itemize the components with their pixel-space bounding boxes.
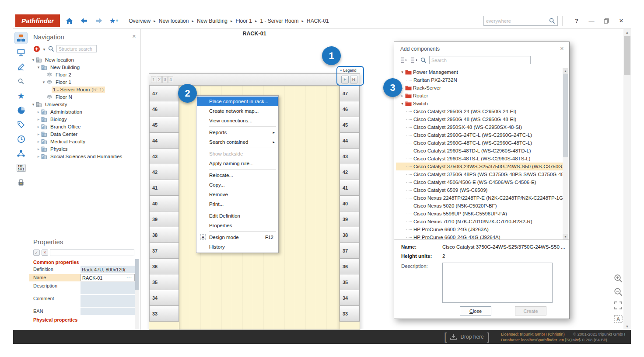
expand-expander-icon[interactable]: ▸ — [36, 117, 41, 121]
rack-unit-36-right[interactable]: 36 — [340, 258, 360, 274]
nav-tree-item-university[interactable]: ▾University — [29, 101, 140, 108]
nav-tree-item-1-server-room[interactable]: 1 - Server Room(R: 1) — [29, 86, 140, 93]
menu-item-copy[interactable]: Copy... — [197, 180, 278, 190]
menu-item-view-connections[interactable]: View connections... — [197, 116, 278, 125]
favorites-icon[interactable]: ★ — [15, 90, 27, 101]
nav-tree-item-new-location[interactable]: ▾New location — [29, 56, 140, 63]
breadcrumb-item[interactable]: RACK-01 — [307, 18, 329, 24]
component-tree-item-switch[interactable]: ▾Switch — [396, 100, 563, 107]
security-icon[interactable] — [15, 177, 27, 188]
rack-unit-45-left[interactable]: 45 — [149, 117, 179, 133]
component-tree-item-cisco-catalyst-2950g-48-ws-c2950g-48-ei[interactable]: Cisco Catalyst 2950G-48 (WS-C2950G-48-EI… — [396, 115, 563, 123]
dashboard-icon[interactable] — [15, 104, 27, 116]
rack-unit-33-right[interactable]: 33 — [340, 305, 360, 322]
collapse-expander-icon[interactable]: ▾ — [31, 102, 36, 107]
collapse-expander-icon[interactable]: ▾ — [399, 70, 405, 74]
rack-unit-41-left[interactable]: 41 — [149, 180, 179, 196]
expand-expander-icon[interactable]: ▸ — [36, 110, 41, 114]
maximize-button[interactable] — [601, 16, 612, 26]
expand-expander-icon[interactable]: ▸ — [36, 132, 41, 136]
collapse-all-icon[interactable] — [410, 57, 418, 63]
component-tree-item-cisco-catalyst-2950g-24-ws-c2950g-24-ei[interactable]: Cisco Catalyst 2950G-24 (WS-C2950G-24-EI… — [396, 107, 563, 115]
breadcrumb-item[interactable]: 1 - Server Room — [260, 18, 298, 24]
rack-unit-46-right[interactable]: 46 — [340, 101, 360, 117]
component-tree-item-cisco-nexus-2248tp-2248tp-e-n2k-c2248tp-[interactable]: Cisco Nexus 2248TP/2248TP-E (N2K-C2248TP… — [396, 194, 563, 202]
breadcrumb-item[interactable]: Floor 1 — [236, 18, 252, 24]
rack-unit-37-left[interactable]: 37 — [149, 243, 179, 259]
rack-unit-44-right[interactable]: 44 — [340, 132, 360, 149]
structure-icon[interactable] — [15, 32, 27, 44]
component-tree-item-cisco-catalyst-2950sx-48-ws-c2950sx-48-s[interactable]: Cisco Catalyst 2950SX-48 (WS-C2950SX-48-… — [396, 123, 563, 131]
menu-item-design-mode[interactable]: ADesign modeF12 — [197, 232, 278, 242]
nav-tree-item-medical-faculty[interactable]: ▸Medical Faculty — [29, 138, 140, 145]
scrollbar-thumb[interactable] — [135, 259, 139, 290]
collapse-expander-icon[interactable]: ▾ — [36, 65, 41, 69]
rack-unit-43-right[interactable]: 43 — [340, 148, 360, 164]
scrollbar-thumb[interactable] — [624, 36, 630, 75]
main-scrollbar[interactable]: ▲ ▼ — [623, 29, 631, 330]
history-icon[interactable] — [15, 133, 27, 145]
drop-here-target[interactable]: [ Drop here ] — [444, 331, 490, 343]
breadcrumb-item[interactable]: New Building — [197, 18, 228, 24]
dialog-close-icon[interactable]: ✕ — [560, 45, 564, 52]
component-tree-item-cisco-nexus-7010-n7k-c7010-n7k-c7010-b2s[interactable]: Cisco Nexus 7010 (N7K-C7010/N7K-C7010-B2… — [396, 218, 563, 225]
nav-tree-item-branch-office[interactable]: ▸Branch Office — [29, 123, 140, 130]
menu-item-remove[interactable]: Remove — [197, 190, 278, 199]
component-tree-item-cisco-nexus-5596up-n5k-c5596up-fa[interactable]: Cisco Nexus 5596UP (N5K-C5596UP-FA) — [396, 210, 563, 218]
rack-unit-35-right[interactable]: 35 — [340, 274, 360, 290]
property-value[interactable]: Rack 47U, 800x120( — [80, 266, 135, 273]
expand-expander-icon[interactable]: ▸ — [36, 139, 41, 144]
create-button[interactable]: Create — [515, 306, 546, 315]
component-tree-item-cisco-catalyst-3750g-48ps-ws-c3750g-48ps[interactable]: Cisco Catalyst 3750G-48PS (WS-C3750G-48P… — [396, 170, 563, 178]
search-icon[interactable] — [15, 76, 27, 87]
rack-unit-44-left[interactable]: 44 — [149, 132, 179, 149]
minimize-button[interactable]: — — [586, 16, 597, 26]
properties-scrollbar[interactable] — [135, 259, 139, 330]
scrollbar-thumb[interactable] — [563, 74, 568, 157]
rack-unit-47-right[interactable]: 47 — [340, 85, 360, 101]
component-tree-item-cisco-catalyst-2960g-48tc-l-ws-c2960g-48[interactable]: Cisco Catalyst 2960G-48TC-L (WS-C2960G-4… — [396, 139, 563, 147]
property-filter-input[interactable] — [50, 249, 134, 256]
tag-icon[interactable] — [15, 119, 27, 130]
component-tree-item-cisco-catalyst-6509-ws-c6509[interactable]: Cisco Catalyst 6509 (WS-C6509) — [396, 186, 563, 194]
component-tree-item-cisco-catalyst-2960s-48td-l-ws-c2960s-48[interactable]: Cisco Catalyst 2960S-48TD-L (WS-C2960S-4… — [396, 147, 563, 155]
description-textarea[interactable] — [442, 263, 553, 303]
fit-view-icon[interactable] — [613, 301, 623, 310]
apply-changes-icon[interactable]: ✓ — [33, 250, 40, 256]
structure-search-input[interactable] — [56, 45, 97, 52]
global-search-input[interactable] — [486, 18, 548, 24]
design-a-icon[interactable]: A — [613, 314, 623, 324]
search-icon[interactable] — [548, 16, 556, 26]
menu-item-reports[interactable]: Reports▸ — [197, 128, 278, 137]
menu-item-history[interactable]: History — [197, 242, 278, 252]
scroll-up-icon[interactable]: ▲ — [563, 68, 568, 74]
add-node-caret-icon[interactable]: ▼ — [42, 46, 46, 52]
rack-unit-36-left[interactable]: 36 — [149, 258, 179, 274]
property-value[interactable]: RACK-01··· — [80, 274, 135, 281]
discard-changes-icon[interactable]: ✕ — [42, 250, 48, 256]
component-tree-item-hp-procurve-6600-24g-j9263a[interactable]: HP ProCurve 6600-24G (J9263A) — [396, 225, 563, 233]
rack-unit-39-right[interactable]: 39 — [340, 211, 360, 227]
component-tree-item-cisco-catalyst-2960s-48ts-l-ws-c2960s-48[interactable]: Cisco Catalyst 2960S-48TS-L (WS-C2960S-4… — [396, 155, 563, 163]
forward-icon[interactable] — [93, 16, 105, 26]
property-value[interactable] — [80, 282, 135, 294]
rack-unit-33-left[interactable]: 33 — [149, 305, 179, 322]
component-tree-item-rack-server[interactable]: ▸Rack-Server — [396, 84, 563, 92]
add-node-button[interactable] — [33, 45, 40, 52]
component-tree-item-raritan-px2-2732n[interactable]: Raritan PX2-2732N — [396, 76, 563, 84]
nav-tree-item-floor-n[interactable]: Floor N — [29, 93, 140, 101]
rack-unit-47-left[interactable]: 47 — [149, 85, 179, 101]
menu-item-apply-naming-rule[interactable]: Apply naming rule... — [197, 159, 278, 168]
rack-unit-45-right[interactable]: 45 — [340, 117, 360, 133]
nav-tree-item-floor-2[interactable]: Floor 2 — [29, 71, 140, 78]
nav-tree-item-data-center[interactable]: ▸Data Center — [29, 130, 140, 138]
nav-tree-item-physics[interactable]: ▸Physics — [29, 145, 140, 153]
ip-address-icon[interactable]: 192.0.0.1 — [15, 162, 27, 173]
zoom-out-icon[interactable] — [613, 287, 623, 297]
rack-unit-38-right[interactable]: 38 — [340, 227, 360, 243]
component-tree-scrollbar[interactable]: ▲ ▼ — [563, 68, 568, 239]
expand-expander-icon[interactable]: ▸ — [36, 125, 41, 129]
expand-expander-icon[interactable]: ▸ — [36, 154, 41, 159]
nav-tree-item-social-sciences-and-humanities[interactable]: ▸Social Sciences and Humanities — [29, 153, 140, 160]
rack-unit-43-left[interactable]: 43 — [149, 148, 179, 164]
